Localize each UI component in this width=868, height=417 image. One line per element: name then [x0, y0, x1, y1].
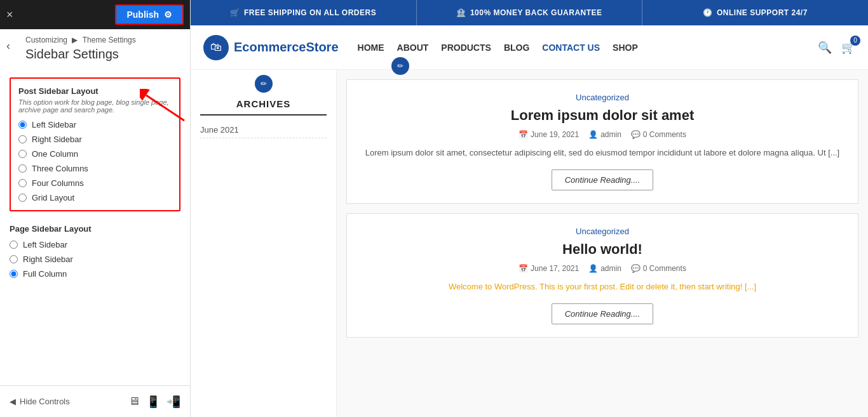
- option-label: Three Columns: [32, 164, 88, 173]
- logo-text-colored: EcommerceStore: [234, 40, 339, 54]
- guarantee-icon: 🏦: [456, 8, 466, 17]
- option-right-sidebar[interactable]: Right Sidebar: [18, 135, 172, 144]
- nav-actions: 🔍 🛒 0: [818, 41, 855, 55]
- nav-bar: ✏ 🛍 EcommerceStore HOME ABOUT PRODUCTS B…: [191, 25, 868, 70]
- post2-continue-button[interactable]: Continue Reading....: [552, 303, 654, 324]
- post1-date: 📅 June 19, 2021: [519, 130, 579, 139]
- option-label: Right Sidebar: [23, 255, 73, 264]
- option-four-columns[interactable]: Four Columns: [18, 178, 172, 188]
- nav-home[interactable]: HOME: [358, 43, 384, 53]
- archives-title: ARCHIVES: [200, 98, 327, 116]
- back-button[interactable]: ‹: [6, 39, 10, 53]
- shipping-icon: 🛒: [230, 8, 240, 17]
- hide-controls-button[interactable]: ◀ Hide Controls: [10, 397, 70, 406]
- post2-comments-text: 0 Comments: [643, 264, 686, 273]
- logo-text: EcommerceStore: [234, 40, 339, 55]
- desktop-icon[interactable]: 🖥: [128, 395, 140, 409]
- post2-date: 📅 June 17, 2021: [519, 264, 579, 273]
- hide-controls-label: Hide Controls: [20, 397, 70, 406]
- page-radio-full-column[interactable]: [10, 270, 18, 278]
- radio-four-columns[interactable]: [18, 179, 27, 187]
- author-icon-2: 👤: [588, 264, 598, 273]
- radio-three-columns[interactable]: [18, 164, 27, 173]
- blog-card-2: Uncategorized Hello world! 📅 June 17, 20…: [346, 213, 858, 338]
- post1-title: Lorem ipsum dolor sit amet: [360, 107, 845, 124]
- nav-about[interactable]: ABOUT: [397, 43, 429, 53]
- post-sidebar-options: Left Sidebar Right Sidebar One Column Th…: [18, 120, 172, 202]
- logo-area: ✏ 🛍 EcommerceStore: [203, 35, 339, 60]
- option-label: Right Sidebar: [32, 135, 82, 144]
- post2-title: Hello world!: [360, 241, 845, 258]
- support-icon: 🕐: [703, 8, 713, 17]
- breadcrumb-separator: ▶: [72, 36, 79, 44]
- left-panel: × Publish ⚙ ‹ Customizing ▶ Theme Settin…: [0, 0, 191, 417]
- archives-june[interactable]: June 2021: [200, 122, 327, 138]
- post2-date-text: June 17, 2021: [531, 264, 579, 273]
- archives-sidebar: ✏ ARCHIVES June 2021: [191, 70, 337, 417]
- hide-controls-icon: ◀: [10, 397, 16, 406]
- page-option-left-sidebar[interactable]: Left Sidebar: [10, 240, 180, 249]
- panel-title: Sidebar Settings: [0, 47, 190, 68]
- radio-right-sidebar[interactable]: [18, 135, 27, 143]
- promo-bar: 🛒 FREE SHIPPING ON ALL ORDERS 🏦 100% MON…: [191, 0, 868, 25]
- post1-date-text: June 19, 2021: [531, 130, 579, 139]
- nav-shop[interactable]: SHOP: [613, 43, 638, 53]
- page-option-full-column[interactable]: Full Column: [10, 269, 180, 279]
- post1-continue-button[interactable]: Continue Reading....: [552, 169, 654, 190]
- archives-edit-icon[interactable]: ✏: [255, 75, 273, 93]
- tablet-icon[interactable]: 📱: [146, 395, 160, 409]
- logo-edit-icon[interactable]: ✏: [391, 57, 409, 75]
- comment-icon-2: 💬: [631, 264, 641, 273]
- promo-support: 🕐 ONLINE SUPPORT 24/7: [642, 0, 868, 25]
- page-sidebar-options: Left Sidebar Right Sidebar Full Column: [10, 240, 180, 279]
- support-text: ONLINE SUPPORT 24/7: [717, 8, 808, 17]
- blog-card-1: Uncategorized Lorem ipsum dolor sit amet…: [346, 79, 858, 204]
- post1-author: 👤 admin: [588, 130, 621, 139]
- search-button[interactable]: 🔍: [818, 41, 832, 55]
- author-icon: 👤: [588, 130, 598, 139]
- cart-badge: 0: [850, 36, 860, 46]
- calendar-icon-2: 📅: [519, 264, 528, 273]
- right-content: 🛒 FREE SHIPPING ON ALL ORDERS 🏦 100% MON…: [191, 0, 868, 417]
- calendar-icon: 📅: [519, 130, 528, 139]
- post2-category[interactable]: Uncategorized: [360, 227, 845, 236]
- nav-blog[interactable]: BLOG: [504, 43, 529, 53]
- page-radio-left-sidebar[interactable]: [10, 241, 18, 249]
- promo-shipping: 🛒 FREE SHIPPING ON ALL ORDERS: [191, 0, 417, 25]
- radio-one-column[interactable]: [18, 150, 27, 158]
- bottom-bar: ◀ Hide Controls 🖥 📱 📲: [0, 385, 190, 417]
- nav-contact[interactable]: CONTACT US: [542, 43, 600, 53]
- cart-area: 🛒 0: [841, 41, 855, 55]
- top-bar: × Publish ⚙: [0, 0, 190, 29]
- blog-posts: Uncategorized Lorem ipsum dolor sit amet…: [337, 70, 868, 417]
- post2-excerpt: Welcome to WordPress. This is your first…: [360, 281, 845, 294]
- option-label: Left Sidebar: [23, 240, 67, 249]
- post2-comments: 💬 0 Comments: [631, 264, 686, 273]
- option-one-column[interactable]: One Column: [18, 149, 172, 159]
- radio-left-sidebar[interactable]: [18, 121, 27, 129]
- breadcrumb: Customizing ▶ Theme Settings: [0, 29, 190, 47]
- option-three-columns[interactable]: Three Columns: [18, 164, 172, 173]
- radio-grid-layout[interactable]: [18, 194, 27, 202]
- close-button[interactable]: ×: [6, 8, 13, 22]
- page-option-right-sidebar[interactable]: Right Sidebar: [10, 255, 180, 264]
- page-radio-right-sidebar[interactable]: [10, 255, 18, 263]
- device-icons: 🖥 📱 📲: [128, 395, 180, 409]
- comment-icon: 💬: [631, 130, 641, 139]
- post2-meta: 📅 June 17, 2021 👤 admin 💬 0 Comments: [360, 264, 845, 273]
- post1-meta: 📅 June 19, 2021 👤 admin 💬 0 Comments: [360, 130, 845, 139]
- breadcrumb-theme-settings[interactable]: Theme Settings: [83, 36, 136, 44]
- option-grid-layout[interactable]: Grid Layout: [18, 193, 172, 202]
- post1-comments-text: 0 Comments: [643, 130, 686, 139]
- breadcrumb-customizing[interactable]: Customizing: [25, 36, 67, 44]
- post1-excerpt: Lorem ipsum dolor sit amet, consectetur …: [360, 147, 845, 160]
- nav-products[interactable]: PRODUCTS: [441, 43, 491, 53]
- post2-author-text: admin: [600, 264, 621, 273]
- guarantee-text: 100% MONEY BACK GUARANTEE: [470, 8, 602, 17]
- option-label: Grid Layout: [32, 193, 74, 202]
- page-sidebar-title: Page Sidebar Layout: [10, 224, 180, 234]
- post1-category[interactable]: Uncategorized: [360, 93, 845, 102]
- publish-label: Publish: [126, 10, 159, 20]
- publish-button[interactable]: Publish ⚙: [115, 4, 184, 25]
- mobile-icon[interactable]: 📲: [166, 395, 180, 409]
